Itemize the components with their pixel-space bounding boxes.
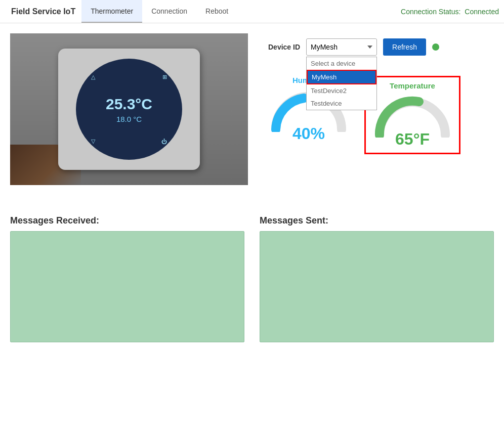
connection-status-label: Connection Status: bbox=[401, 8, 460, 16]
device-id-row: Device ID Select a device MyMesh TestDev… bbox=[268, 38, 494, 56]
dropdown-item-select[interactable]: Select a device bbox=[307, 57, 376, 70]
thermostat-main-temp: 25.3°C bbox=[106, 96, 152, 113]
main-content: △ ⊞ 25.3°C 18.0 °C ▽ ⏻ Device ID bbox=[0, 23, 504, 352]
top-section: △ ⊞ 25.3°C 18.0 °C ▽ ⏻ Device ID bbox=[10, 33, 494, 185]
tab-thermometer[interactable]: Thermometer bbox=[81, 0, 142, 23]
temperature-gauge-box: Temperature 65°F bbox=[364, 76, 460, 154]
humidity-value: 40% bbox=[292, 124, 325, 143]
messages-received-box bbox=[10, 231, 244, 342]
gauges-row: Humidity 40% Temperature bbox=[268, 76, 494, 154]
right-panel: Device ID Select a device MyMesh TestDev… bbox=[268, 33, 494, 154]
messages-received-title: Messages Received: bbox=[10, 215, 244, 226]
thermostat-image: △ ⊞ 25.3°C 18.0 °C ▽ ⏻ bbox=[10, 33, 248, 185]
tab-reboot[interactable]: Reboot bbox=[196, 0, 237, 23]
messages-sent-title: Messages Sent: bbox=[260, 215, 494, 226]
device-id-select[interactable]: Select a device MyMesh TestDevice2 Testd… bbox=[306, 38, 377, 56]
messages-sent-panel: Messages Sent: bbox=[260, 215, 494, 342]
tab-connection[interactable]: Connection bbox=[142, 0, 196, 23]
device-id-label: Device ID bbox=[268, 43, 300, 51]
device-select-wrapper: Select a device MyMesh TestDevice2 Testd… bbox=[306, 38, 377, 56]
thermostat-sub-temp: 18.0 °C bbox=[116, 115, 142, 123]
refresh-button[interactable]: Refresh bbox=[383, 38, 426, 56]
navbar: Field Service IoT Thermometer Connection… bbox=[0, 0, 504, 23]
connection-status: Connection Status: Connected bbox=[401, 8, 499, 16]
temperature-value: 65°F bbox=[395, 130, 430, 149]
connection-status-value: Connected bbox=[465, 8, 499, 16]
dropdown-item-testdevice[interactable]: Testdevice bbox=[307, 97, 376, 110]
messages-received-panel: Messages Received: bbox=[10, 215, 244, 342]
status-indicator-dot bbox=[432, 43, 439, 51]
dropdown-item-testdevice2[interactable]: TestDevice2 bbox=[307, 84, 376, 97]
dropdown-overlay: Select a device MyMesh TestDevice2 Testd… bbox=[306, 57, 377, 110]
dropdown-item-mymesh[interactable]: MyMesh bbox=[307, 70, 376, 84]
messages-section: Messages Received: Messages Sent: bbox=[10, 215, 494, 342]
messages-sent-box bbox=[260, 231, 494, 342]
nav-brand: Field Service IoT bbox=[5, 0, 81, 23]
temperature-title: Temperature bbox=[390, 81, 435, 90]
